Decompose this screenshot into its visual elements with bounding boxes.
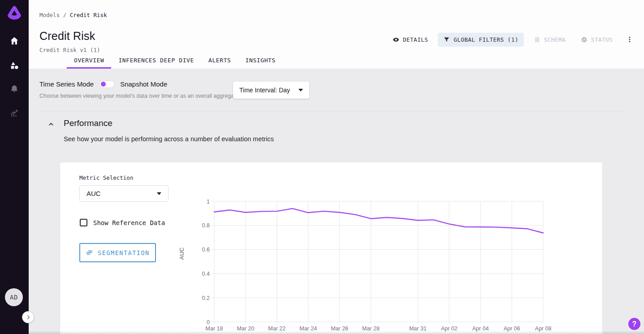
global-filters-button[interactable]: GLOBAL FILTERS (1) xyxy=(438,33,523,47)
tab-inferences-deep-dive[interactable]: INFERENCES DEEP DIVE xyxy=(111,54,201,69)
time-interval-dropdown[interactable]: Time Interval: Day xyxy=(233,82,309,99)
performance-card: Metric Selection AUC Show Reference Data… xyxy=(60,162,603,334)
models-icon[interactable] xyxy=(9,60,20,71)
svg-text:0.2: 0.2 xyxy=(202,295,210,301)
performance-chart[interactable]: 00.20.40.60.81Mar 18Mar 20Mar 22Mar 24Ma… xyxy=(186,196,549,334)
schema-rows-icon xyxy=(534,36,540,43)
mode-switch-row: Time Series Mode Snapshot Mode xyxy=(39,80,167,88)
svg-text:0.8: 0.8 xyxy=(202,222,210,229)
mode-toggle[interactable] xyxy=(99,80,115,88)
help-button[interactable]: ? xyxy=(628,318,640,330)
collapse-chevron-up-icon[interactable] xyxy=(48,121,55,128)
show-reference-label: Show Reference Data xyxy=(93,219,165,226)
metric-select-value: AUC xyxy=(86,190,101,197)
breadcrumb-separator: / xyxy=(60,12,70,18)
monitors-chart-icon[interactable] xyxy=(9,108,20,119)
svg-text:0: 0 xyxy=(207,319,210,325)
eye-icon xyxy=(393,36,399,43)
sidebar-expand-button[interactable] xyxy=(22,311,34,323)
page-title: Credit Risk xyxy=(39,30,95,43)
notifications-bell-icon[interactable] xyxy=(9,83,20,95)
overview-content: Time Series Mode Snapshot Mode Choose be… xyxy=(29,69,644,334)
performance-section-subtitle: See how your model is performing across … xyxy=(64,135,274,143)
header-actions: DETAILS GLOBAL FILTERS (1) SCHEMA STATUS xyxy=(387,32,637,47)
model-tabs: OVERVIEW INFERENCES DEEP DIVE ALERTS INS… xyxy=(67,54,283,69)
status-check-icon xyxy=(581,36,588,43)
schema-button[interactable]: SCHEMA xyxy=(528,33,571,47)
segmentation-button[interactable]: SEGMENTATION xyxy=(79,243,156,262)
model-version-label: Credit Risk v1 (1) xyxy=(39,47,100,53)
page-header: Models / Credit Risk Credit Risk Credit … xyxy=(29,0,644,69)
bottom-scroll-shadow xyxy=(29,331,644,334)
metric-select-dropdown[interactable]: AUC xyxy=(79,185,169,202)
chevron-down-icon xyxy=(298,89,303,91)
tab-alerts[interactable]: ALERTS xyxy=(201,54,238,69)
filter-funnel-icon xyxy=(443,36,450,43)
svg-text:0.4: 0.4 xyxy=(202,271,210,277)
breadcrumb-current: Credit Risk xyxy=(70,12,107,18)
home-icon[interactable] xyxy=(9,35,20,47)
time-series-mode-label: Time Series Mode xyxy=(39,80,94,88)
show-reference-checkbox[interactable] xyxy=(80,219,87,226)
sidebar: AD xyxy=(0,0,29,334)
metric-selection-label: Metric Selection xyxy=(79,174,133,181)
tab-overview[interactable]: OVERVIEW xyxy=(67,54,111,69)
details-button[interactable]: DETAILS xyxy=(387,33,433,47)
mode-description: Choose between viewing your model’s data… xyxy=(39,93,245,99)
breadcrumb: Models / Credit Risk xyxy=(39,12,107,18)
svg-text:1: 1 xyxy=(207,199,210,205)
segmentation-lines-icon xyxy=(86,249,93,256)
more-options-kebab-icon[interactable] xyxy=(622,33,637,46)
section-divider xyxy=(39,111,624,111)
chevron-right-icon xyxy=(25,314,31,321)
chart-y-axis-label: AUC xyxy=(178,247,185,260)
status-button[interactable]: STATUS xyxy=(575,33,618,47)
toggle-knob xyxy=(101,82,106,87)
arize-logo-icon[interactable] xyxy=(7,5,22,20)
show-reference-data-row[interactable]: Show Reference Data xyxy=(80,219,165,226)
breadcrumb-models-link[interactable]: Models xyxy=(39,12,60,18)
user-avatar[interactable]: AD xyxy=(5,288,23,306)
chevron-down-icon xyxy=(157,192,161,195)
tab-insights[interactable]: INSIGHTS xyxy=(238,54,283,69)
svg-text:0.6: 0.6 xyxy=(202,247,210,253)
snapshot-mode-label: Snapshot Mode xyxy=(120,80,167,88)
performance-section-title: Performance xyxy=(64,118,112,128)
